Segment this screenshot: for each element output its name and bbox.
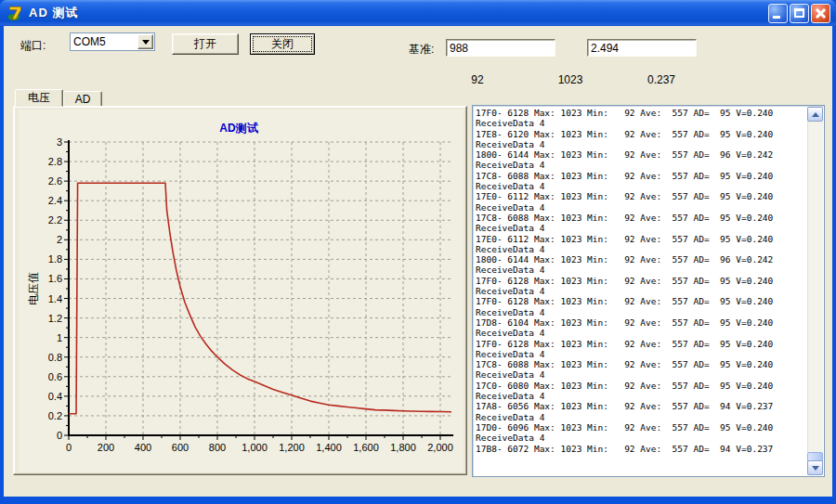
reference-raw-field[interactable] (446, 39, 555, 57)
svg-text:1,000: 1,000 (242, 442, 268, 453)
close-window-button[interactable] (811, 4, 830, 23)
chevron-down-icon (142, 40, 150, 45)
close-button[interactable]: 关闭 (250, 33, 315, 55)
log-line: ReceiveData 4 (476, 160, 808, 170)
port-label: 端口: (20, 38, 46, 54)
maximize-button[interactable] (790, 4, 809, 23)
svg-text:AD测试: AD测试 (219, 122, 258, 135)
svg-text:800: 800 (209, 442, 226, 453)
log-line: ReceiveData 4 (476, 118, 808, 128)
port-combobox-dropdown-button[interactable] (137, 34, 153, 49)
svg-text:1.4: 1.4 (48, 293, 62, 304)
log-line: 17F0- 6128 Max: 1023 Min: 92 Ave: 557 AD… (476, 339, 808, 349)
minimize-button[interactable] (768, 4, 788, 23)
scroll-down-button[interactable] (807, 460, 823, 475)
svg-text:200: 200 (98, 442, 114, 453)
client-area: 端口: COM5 打开 关闭 基准: 92 1023 0.237 电压 AD 0… (4, 26, 832, 497)
log-line: 17C0- 6080 Max: 1023 Min: 92 Ave: 557 AD… (476, 381, 808, 391)
svg-text:1,800: 1,800 (390, 442, 416, 453)
window-controls (766, 4, 830, 23)
log-line: 17C8- 6088 Max: 1023 Min: 92 Ave: 557 AD… (476, 359, 808, 369)
svg-text:2.4: 2.4 (48, 195, 62, 206)
log-line: 17E8- 6120 Max: 1023 Min: 92 Ave: 557 AD… (476, 129, 808, 139)
log-line: ReceiveData 4 (476, 265, 808, 275)
window-title: AD 测试 (29, 5, 78, 21)
svg-text:1,400: 1,400 (316, 442, 342, 453)
svg-text:1.8: 1.8 (48, 253, 62, 265)
svg-text:2: 2 (57, 234, 62, 245)
svg-text:400: 400 (135, 442, 151, 453)
log-line: 17E0- 6112 Max: 1023 Min: 92 Ave: 557 AD… (476, 191, 808, 201)
svg-text:1,200: 1,200 (279, 442, 305, 453)
maximize-icon (794, 8, 804, 18)
log-scrollbar[interactable] (807, 107, 823, 475)
svg-text:0: 0 (57, 430, 62, 441)
svg-text:0.8: 0.8 (48, 352, 62, 363)
log-line: 17D8- 6104 Max: 1023 Min: 92 Ave: 557 AD… (476, 317, 808, 328)
title-bar[interactable]: AD 测试 (0, 0, 836, 26)
svg-text:0.2: 0.2 (48, 410, 62, 421)
svg-text:600: 600 (172, 442, 189, 453)
tab-voltage[interactable]: 电压 (15, 89, 63, 107)
log-listbox[interactable]: 17F0- 6128 Max: 1023 Min: 92 Ave: 557 AD… (472, 105, 825, 477)
log-line: ReceiveData 4 (476, 139, 808, 149)
log-line: ReceiveData 4 (476, 391, 808, 401)
log-line: 17B8- 6072 Max: 1023 Min: 92 Ave: 557 AD… (476, 444, 808, 454)
log-line: 17C8- 6088 Max: 1023 Min: 92 Ave: 557 AD… (476, 213, 808, 223)
svg-text:0: 0 (66, 442, 72, 453)
stat-volt-value: 0.237 (634, 73, 689, 86)
log-lines: 17F0- 6128 Max: 1023 Min: 92 Ave: 557 AD… (473, 106, 808, 476)
log-line: 1800- 6144 Max: 1023 Min: 92 Ave: 557 AD… (476, 254, 808, 265)
log-line: ReceiveData 4 (476, 328, 808, 338)
svg-text:2.8: 2.8 (48, 156, 62, 167)
voltage-chart: 02004006008001,0001,2001,4001,6001,8002,… (19, 110, 464, 472)
voltage-tab-page: 02004006008001,0001,2001,4001,6001,8002,… (13, 106, 467, 475)
stat-min-value: 92 (450, 73, 505, 86)
log-line: 17F0- 6128 Max: 1023 Min: 92 Ave: 557 AD… (476, 108, 808, 118)
log-line: 17A8- 6056 Max: 1023 Min: 92 Ave: 557 AD… (476, 401, 808, 411)
scroll-down-icon (812, 466, 819, 471)
log-line: ReceiveData 4 (476, 223, 808, 233)
stat-max-value: 1023 (542, 73, 598, 86)
minimize-icon (773, 16, 780, 19)
scroll-up-button[interactable] (807, 107, 823, 122)
svg-text:1: 1 (57, 332, 62, 343)
log-line: 17E0- 6112 Max: 1023 Min: 92 Ave: 557 AD… (476, 234, 808, 244)
log-line: ReceiveData 4 (476, 307, 808, 317)
port-combobox-value: COM5 (71, 35, 137, 48)
reference-label: 基准: (409, 42, 434, 58)
log-line: 17C8- 6088 Max: 1023 Min: 92 Ave: 557 AD… (476, 171, 808, 181)
log-line: 17D0- 6096 Max: 1023 Min: 92 Ave: 557 AD… (476, 422, 808, 433)
chart-canvas: 02004006008001,0001,2001,4001,6001,8002,… (19, 110, 464, 472)
svg-text:1.6: 1.6 (48, 273, 62, 284)
svg-text:2,000: 2,000 (427, 442, 453, 453)
svg-text:2.6: 2.6 (48, 175, 62, 187)
log-line: ReceiveData 4 (476, 433, 808, 443)
log-line: ReceiveData 4 (476, 244, 808, 254)
svg-text:1,600: 1,600 (353, 442, 379, 453)
log-line: ReceiveData 4 (476, 181, 808, 191)
reference-voltage-field[interactable] (587, 39, 697, 57)
log-line: 17F0- 6128 Max: 1023 Min: 92 Ave: 557 AD… (476, 276, 808, 286)
svg-text:2.2: 2.2 (48, 214, 62, 226)
log-line: ReceiveData 4 (476, 412, 808, 422)
svg-text:0.4: 0.4 (48, 391, 62, 402)
log-line: ReceiveData 4 (476, 369, 808, 380)
log-line: ReceiveData 4 (476, 202, 808, 213)
svg-text:电压值: 电压值 (27, 272, 40, 305)
app-icon (7, 5, 24, 21)
open-button[interactable]: 打开 (172, 33, 239, 55)
scroll-up-icon (812, 112, 819, 117)
tab-ad[interactable]: AD (63, 91, 102, 107)
port-combobox[interactable]: COM5 (70, 32, 155, 51)
svg-text:0.6: 0.6 (48, 371, 62, 382)
app-window: AD 测试 端口: COM5 打开 关闭 基准: 92 1023 0.237 电… (0, 0, 836, 504)
log-line: ReceiveData 4 (476, 286, 808, 296)
log-line: ReceiveData 4 (476, 349, 808, 359)
svg-text:1.2: 1.2 (48, 313, 62, 324)
log-line: 17F0- 6128 Max: 1023 Min: 92 Ave: 557 AD… (476, 296, 808, 306)
log-line: 1800- 6144 Max: 1023 Min: 92 Ave: 557 AD… (476, 149, 808, 160)
svg-text:3: 3 (57, 136, 62, 148)
